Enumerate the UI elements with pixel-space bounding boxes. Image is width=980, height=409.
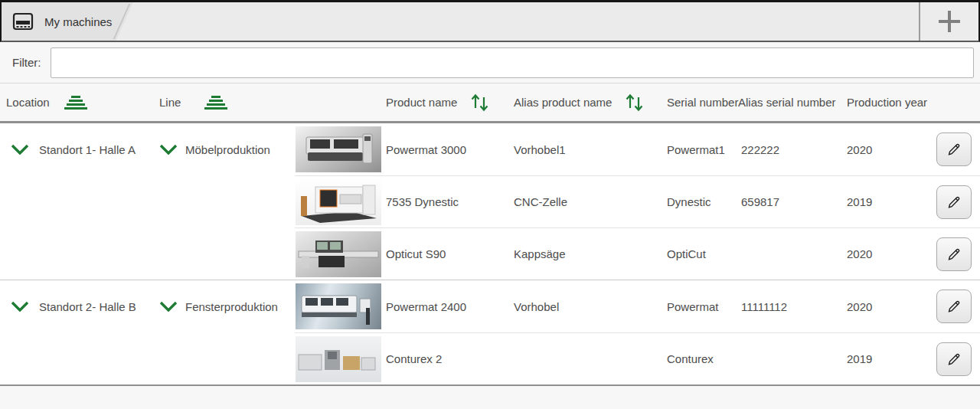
serial-number: Conturex	[664, 352, 738, 365]
tab-my-machines[interactable]: My machines	[2, 2, 133, 41]
column-header-location: Location	[6, 96, 50, 109]
column-header-alias-product-name: Alias product name	[514, 96, 612, 109]
location-label: Standort 1- Halle A	[39, 143, 136, 156]
column-header-product-name: Product name	[386, 96, 457, 109]
table-header: Location Line Product name	[0, 83, 980, 123]
serial-number: Powermat1	[664, 143, 738, 156]
product-name: Powermat 2400	[383, 300, 511, 313]
pencil-icon	[946, 194, 962, 211]
production-year: 2020	[844, 143, 928, 156]
chevron-down-icon[interactable]	[11, 301, 29, 312]
serial-number: Dynestic	[664, 195, 738, 208]
pencil-icon	[946, 141, 962, 158]
column-header-alias-serial-number: Alias serial number	[738, 96, 836, 109]
machine-group: Standort 1- Halle A Möbelproduktion	[0, 123, 980, 280]
alias-product-name: Vorhobel	[511, 300, 664, 313]
group-line-cell: Fensterproduktion	[153, 280, 295, 332]
machine-photo	[295, 126, 383, 172]
plus-icon	[939, 11, 960, 32]
machine-photo	[295, 283, 383, 329]
chevron-down-icon[interactable]	[11, 144, 29, 155]
group-machine-list: Powermat 2400 Vorhobel Powermat 11111112…	[295, 280, 980, 384]
machine-row[interactable]: 7535 Dynestic CNC-Zelle Dynestic 659817 …	[295, 175, 980, 227]
line-label: Möbelproduktion	[185, 143, 270, 156]
pencil-icon	[946, 246, 962, 263]
chevron-down-icon[interactable]	[159, 144, 178, 155]
machine-photo	[295, 179, 383, 225]
footer-bar	[0, 384, 980, 409]
filter-input[interactable]	[51, 47, 975, 78]
column-header-line: Line	[159, 96, 181, 109]
machine-row[interactable]: Powermat 2400 Vorhobel Powermat 11111112…	[295, 280, 980, 332]
edit-machine-button[interactable]	[936, 133, 972, 166]
filter-label: Filter:	[12, 56, 41, 69]
edit-machine-button[interactable]	[936, 185, 972, 219]
tab-title: My machines	[44, 15, 112, 28]
column-header-serial-number: Serial number	[667, 96, 738, 109]
alias-serial-number: 222222	[738, 143, 844, 156]
column-header-production-year: Production year	[847, 96, 927, 109]
filter-bar: Filter:	[0, 42, 980, 83]
pencil-icon	[946, 298, 962, 315]
group-location-cell: Standort 2- Halle B	[0, 280, 153, 332]
serial-number: OptiCut	[664, 247, 738, 260]
alias-serial-number: 659817	[738, 195, 844, 208]
serial-number: Powermat	[664, 300, 738, 313]
machine-icon	[12, 12, 34, 31]
machines-table: Standort 1- Halle A Möbelproduktion	[0, 123, 980, 384]
sort-up-down-icon[interactable]	[624, 91, 645, 114]
filter-rows-icon[interactable]	[64, 95, 88, 110]
filter-rows-icon[interactable]	[204, 95, 228, 110]
machine-row[interactable]: Opticut S90 Kappsäge OptiCut 2020	[295, 227, 980, 280]
machine-row[interactable]: Powermat 3000 Vorhobel1 Powermat1 222222…	[295, 123, 980, 175]
sort-up-down-icon[interactable]	[469, 91, 491, 114]
machine-group: Standort 2- Halle B Fensterproduktion	[0, 280, 980, 384]
chevron-down-icon[interactable]	[159, 301, 178, 312]
group-location-cell: Standort 1- Halle A	[0, 123, 153, 175]
alias-product-name: Kappsäge	[511, 247, 664, 260]
alias-product-name: Vorhobel1	[511, 143, 664, 156]
machine-photo	[295, 231, 383, 277]
edit-machine-button[interactable]	[936, 237, 972, 271]
group-machine-list: Powermat 3000 Vorhobel1 Powermat1 222222…	[295, 123, 980, 280]
line-label: Fensterproduktion	[185, 300, 278, 313]
group-line-cell: Möbelproduktion	[153, 123, 295, 175]
alias-serial-number: 11111112	[738, 300, 844, 313]
tab-bar: My machines	[0, 0, 980, 42]
production-year: 2020	[844, 247, 928, 260]
pencil-icon	[946, 351, 962, 368]
production-year: 2019	[844, 195, 928, 208]
location-label: Standort 2- Halle B	[39, 300, 136, 313]
edit-machine-button[interactable]	[936, 290, 972, 323]
product-name: 7535 Dynestic	[383, 195, 511, 208]
production-year: 2019	[844, 352, 928, 365]
alias-product-name: CNC-Zelle	[511, 195, 664, 208]
machine-row[interactable]: Conturex 2 Conturex 2019	[295, 332, 980, 384]
machine-photo	[295, 336, 383, 382]
add-machine-button[interactable]	[919, 2, 978, 41]
product-name: Powermat 3000	[383, 143, 511, 156]
production-year: 2020	[844, 300, 928, 313]
product-name: Conturex 2	[383, 352, 511, 365]
edit-machine-button[interactable]	[936, 342, 972, 376]
product-name: Opticut S90	[383, 247, 511, 260]
